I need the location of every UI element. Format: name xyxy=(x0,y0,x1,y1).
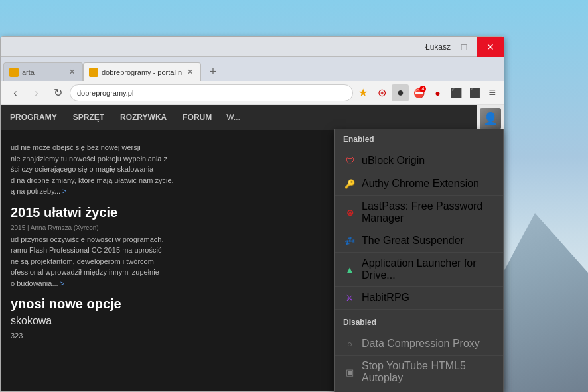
ext-item-gdrive[interactable]: ▲ Application Launcher for Drive... xyxy=(335,253,503,287)
disabled-section-header: Disabled xyxy=(335,312,503,332)
address-bar[interactable]: dobreprogramy.pl xyxy=(70,84,353,101)
tab-bar: arta ✕ dobreprogramy - portal n ✕ + xyxy=(1,57,504,81)
nav-rozrywka[interactable]: ROZRYWKA xyxy=(119,110,168,125)
page-content: PROGRAMY SPRZĘT ROZRYWKA FORUM W... ud n… xyxy=(1,105,504,391)
nav-forum[interactable]: FORUM xyxy=(181,110,213,125)
ext-name-ublock: uBlock Origin xyxy=(362,155,425,166)
lastpass-ext-icon[interactable]: ⊛ xyxy=(373,84,390,101)
ublock-ext-icon[interactable]: ⛔ 4 xyxy=(410,84,427,101)
lastpass-icon: ⊛ xyxy=(343,206,356,219)
maximize-button[interactable]: □ xyxy=(451,37,477,57)
habitrpg-icon: ⚔ xyxy=(343,291,356,304)
gdrive-icon: ▲ xyxy=(343,263,356,276)
avatar: 👤 xyxy=(480,108,501,129)
window-controls: — □ ✕ xyxy=(424,37,504,57)
back-button[interactable]: ‹ xyxy=(6,84,25,102)
record-ext-icon[interactable]: ● xyxy=(392,84,409,101)
nav-sprzet[interactable]: SPRZĘT xyxy=(72,110,106,125)
stopyoutube-icon: ▣ xyxy=(343,365,356,379)
tab-favicon-arta xyxy=(9,68,19,77)
tab-label-arta: arta xyxy=(22,68,64,76)
tab-favicon-dobreprogramy xyxy=(89,68,98,77)
ext-name-habitrpg: HabitRPG xyxy=(362,292,409,304)
suspender-icon: 💤 xyxy=(343,234,356,247)
ext-item-stopyoutube[interactable]: ▣ Stop YouTube HTML5 Autoplay xyxy=(335,356,503,389)
ext-item-habitrpg[interactable]: ⚔ HabitRPG xyxy=(335,287,503,310)
read-more-2[interactable]: > xyxy=(60,279,64,287)
ext-item-ublock[interactable]: 🛡 uBlock Origin xyxy=(335,149,503,172)
tab-close-dobreprogramy[interactable]: ✕ xyxy=(184,67,195,78)
ext-name-suspender: The Great Suspender xyxy=(362,235,464,247)
ext-black-icon[interactable]: ⬛ xyxy=(466,84,483,101)
nav-programy[interactable]: PROGRAMY xyxy=(9,110,58,125)
enabled-section-header: Enabled xyxy=(335,129,503,149)
ext-item-suspender[interactable]: 💤 The Great Suspender xyxy=(335,229,503,253)
reload-button[interactable]: ↻ xyxy=(48,84,67,102)
ext-dark-icon[interactable]: ⬛ xyxy=(447,84,465,101)
new-tab-button[interactable]: + xyxy=(204,62,222,81)
ext-name-lastpass: LastPass: Free Password Manager xyxy=(362,200,495,224)
extension-icons: ⊛ ● ⛔ 4 ● ⬛ ⬛ xyxy=(373,84,483,101)
ext-item-lastpass[interactable]: ⊛ LastPass: Free Password Manager xyxy=(335,196,503,229)
extensions-popup: Enabled 🛡 uBlock Origin 🔑 Authy Chrome E… xyxy=(334,129,504,392)
chrome-menu-icon[interactable]: ≡ xyxy=(486,84,498,101)
datacomp-icon: ○ xyxy=(343,337,356,350)
minimize-button[interactable]: — xyxy=(424,37,451,57)
ext-item-skracacz[interactable]: ⊞ Skracacz URL - goo.gl URL Shor... xyxy=(335,389,503,392)
ext-name-authy: Authy Chrome Extension xyxy=(362,178,479,190)
authy-icon: 🔑 xyxy=(343,177,356,190)
ext-name-gdrive: Application Launcher for Drive... xyxy=(362,257,495,281)
title-bar: Łukasz — □ ✕ xyxy=(1,37,504,57)
tab-close-arta[interactable]: ✕ xyxy=(66,67,77,78)
forward-button[interactable]: › xyxy=(27,84,46,102)
nav-more: W... xyxy=(226,113,240,122)
site-header: PROGRAMY SPRZĘT ROZRYWKA FORUM W... xyxy=(1,105,477,130)
nav-bar: ‹ › ↻ dobreprogramy.pl ★ ⊛ ● ⛔ 4 ● ⬛ ⬛ ≡ xyxy=(1,81,504,105)
chrome-window: Łukasz — □ ✕ arta ✕ dobreprogramy - port… xyxy=(0,36,504,392)
ublock-icon: 🛡 xyxy=(343,154,356,167)
read-more-top[interactable]: > xyxy=(62,187,66,195)
ext-red-icon[interactable]: ● xyxy=(429,84,446,101)
bookmark-star-icon[interactable]: ★ xyxy=(358,86,368,99)
ext-name-stopyoutube: Stop YouTube HTML5 Autoplay xyxy=(362,360,495,384)
address-text: dobreprogramy.pl xyxy=(77,89,133,97)
tab-arta[interactable]: arta ✕ xyxy=(3,62,83,81)
ext-item-datacomp[interactable]: ○ Data Compression Proxy xyxy=(335,332,503,356)
tab-dobreprogramy[interactable]: dobreprogramy - portal n ✕ xyxy=(83,62,201,81)
ext-item-authy[interactable]: 🔑 Authy Chrome Extension xyxy=(335,172,503,196)
close-button[interactable]: ✕ xyxy=(477,37,504,57)
tab-label-dobreprogramy: dobreprogramy - portal n xyxy=(102,68,182,76)
ext-name-datacomp: Data Compression Proxy xyxy=(362,338,480,350)
